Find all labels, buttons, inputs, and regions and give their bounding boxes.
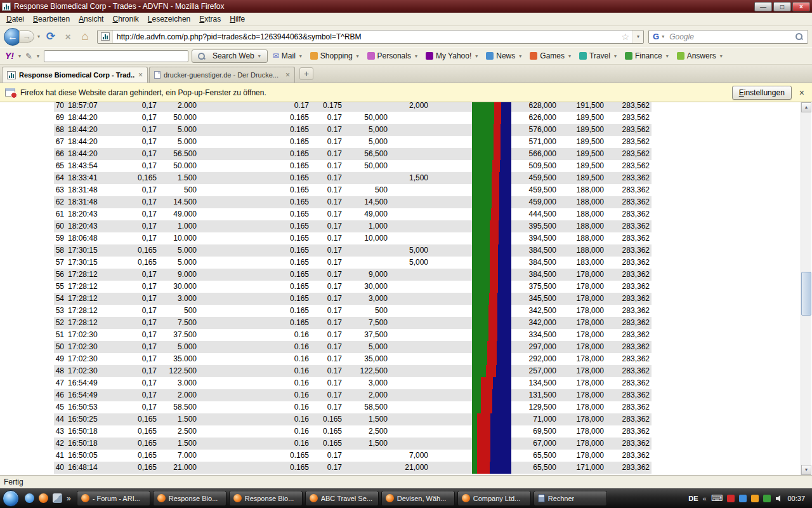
clock[interactable]: 00:37 [787, 495, 805, 502]
bookmark-star-icon[interactable]: ☆ [618, 32, 632, 42]
trade-cell: 0.165 [285, 450, 311, 462]
search-engine-dropdown-icon[interactable]: ▾ [660, 34, 665, 39]
internet-explorer-icon[interactable] [25, 493, 34, 503]
trade-cell: 67,000 [511, 438, 558, 450]
menu-item-chronik[interactable]: Chronik [108, 13, 143, 25]
pencil-dropdown-icon[interactable]: ▾ [36, 53, 41, 59]
taskbar-button-devisen[interactable]: Devisen, Wäh... [381, 491, 455, 506]
menu-item-bearbeiten[interactable]: Bearbeiten [29, 13, 74, 25]
sell-depth-segment [490, 425, 511, 438]
yahoo-search-web-button[interactable]: Search Web ▾ [192, 50, 268, 63]
window-titlebar[interactable]: Response Biomedical Corp - Trades - ADVF… [0, 0, 812, 13]
yahoo-logo-icon[interactable]: Y! [5, 51, 14, 61]
stop-button[interactable]: × [60, 29, 75, 45]
yahoo-search-input[interactable] [44, 50, 188, 62]
taskbar-button-rechner[interactable]: Rechner [534, 491, 607, 506]
notification-close-icon[interactable]: × [797, 88, 807, 98]
maximize-button[interactable]: □ [773, 2, 791, 11]
depth-bar [472, 257, 511, 269]
pencil-icon[interactable]: ✎ [25, 51, 32, 61]
menu-item-extras[interactable]: Extras [195, 13, 225, 25]
yahoo-menu-dropdown-icon[interactable]: ▾ [17, 53, 22, 59]
taskbar-button-abc-travel[interactable]: ABC Travel Se... [305, 491, 379, 506]
sell-depth-segment [490, 462, 511, 474]
volume-icon[interactable] [775, 495, 783, 502]
yahoo-button-my-yahoo[interactable]: My Yahoo! ▾ [424, 51, 481, 60]
address-bar[interactable]: http://de.advfn.com/p.php?pid=trades&cb=… [97, 30, 644, 44]
yahoo-button-travel[interactable]: Travel ▾ [577, 51, 620, 60]
trade-cell [199, 425, 285, 438]
scrollbar-thumb[interactable] [801, 272, 811, 316]
forward-button[interactable]: → [19, 30, 34, 43]
trade-cell: 0.17 [311, 353, 344, 365]
taskbar-button-response-bio-1[interactable]: Response Bio... [153, 491, 226, 506]
start-button[interactable] [3, 490, 19, 507]
tray-overflow-icon[interactable]: « [703, 495, 707, 502]
show-desktop-icon[interactable] [53, 493, 62, 503]
trade-cell: 0,17 [103, 124, 159, 136]
yahoo-button-games[interactable]: Games ▾ [528, 51, 574, 60]
tab-close-icon[interactable]: × [285, 70, 290, 79]
menu-item-ansicht[interactable]: Ansicht [74, 13, 108, 25]
trade-band-segment [489, 293, 498, 305]
tab-drucker-guenstiger[interactable]: drucker-guenstiger.de - Der Drucke... × [149, 67, 295, 83]
search-bar[interactable]: G ▾ Google [648, 30, 808, 44]
trade-cell: 178,000 [558, 317, 606, 329]
scroll-up-button[interactable]: ▲ [801, 102, 811, 112]
trade-cell: 0.165 [285, 208, 311, 220]
page-favicon [154, 71, 160, 79]
security-alert-icon[interactable] [727, 495, 735, 502]
chevron-down-icon: ▾ [414, 53, 419, 59]
taskbar-button-company-ltd[interactable]: Company Ltd... [457, 491, 531, 506]
yahoo-button-answers[interactable]: Answers ▾ [675, 51, 726, 60]
language-indicator[interactable]: DE [688, 495, 698, 502]
tab-response-biomedical[interactable]: Response Biomedical Corp - Trad... × [2, 67, 148, 83]
yahoo-button-personals[interactable]: Personals ▾ [365, 51, 421, 60]
trade-cell: 283,562 [606, 112, 652, 124]
google-logo-icon[interactable]: G [649, 32, 660, 41]
taskbar-button-response-bio-2[interactable]: Response Bio... [229, 491, 303, 506]
trade-cell: 0.17 [311, 329, 344, 341]
trade-cell: 0.17 [311, 124, 344, 136]
trade-cell: 1.500 [159, 438, 199, 450]
search-input[interactable]: Google [665, 32, 795, 41]
messenger-icon[interactable] [739, 495, 747, 502]
antivirus-icon[interactable] [763, 495, 771, 502]
refresh-button[interactable]: ⟳ [43, 29, 58, 45]
yahoo-button-shopping[interactable]: Shopping ▾ [308, 51, 362, 60]
keyboard-icon[interactable]: ⌨ [711, 493, 723, 503]
search-icon[interactable] [795, 32, 803, 41]
quick-launch-overflow-icon[interactable]: » [67, 494, 71, 503]
settings-button[interactable]: Einstellungen [732, 86, 792, 100]
trade-cell: 178,000 [558, 293, 606, 305]
new-tab-button[interactable]: + [299, 67, 313, 80]
trade-cell [344, 102, 390, 112]
yahoo-button-news[interactable]: News ▾ [484, 51, 525, 60]
firefox-icon[interactable] [39, 493, 48, 503]
update-icon[interactable] [751, 495, 759, 502]
vertical-scrollbar[interactable]: ▲ ▼ [801, 102, 811, 475]
close-button[interactable]: × [792, 2, 810, 11]
scroll-down-button[interactable]: ▼ [801, 465, 811, 475]
sell-depth-segment [497, 305, 511, 317]
tab-close-icon[interactable]: × [138, 70, 143, 79]
yahoo-button-finance[interactable]: Finance ▾ [623, 51, 672, 60]
trade-band-segment [488, 317, 497, 329]
url-dropdown-icon[interactable]: ▾ [632, 30, 643, 43]
trade-cell: 0.17 [311, 220, 344, 232]
trade-cell [390, 365, 430, 377]
menu-item-lesezeichen[interactable]: Lesezeichen [143, 13, 195, 25]
depth-bar [472, 438, 511, 450]
url-text[interactable]: http://de.advfn.com/p.php?pid=trades&cb=… [113, 32, 618, 41]
window-title: Response Biomedical Corp - Trades - ADVF… [14, 2, 224, 11]
trade-cell: 283,562 [606, 102, 652, 112]
trade-cell: 50.000 [159, 160, 199, 172]
menu-item-hilfe[interactable]: Hilfe [225, 13, 249, 25]
menu-item-datei[interactable]: Datei [2, 13, 29, 25]
history-dropdown-icon[interactable]: ▾ [36, 34, 41, 39]
taskbar-button-forum[interactable]: - Forum - ARI... [77, 491, 150, 506]
home-button[interactable]: ⌂ [77, 29, 93, 45]
trade-cell: 65,500 [511, 462, 558, 474]
minimize-button[interactable]: — [754, 2, 772, 11]
yahoo-button-mail[interactable]: ✉ Mail ▾ [271, 51, 305, 60]
